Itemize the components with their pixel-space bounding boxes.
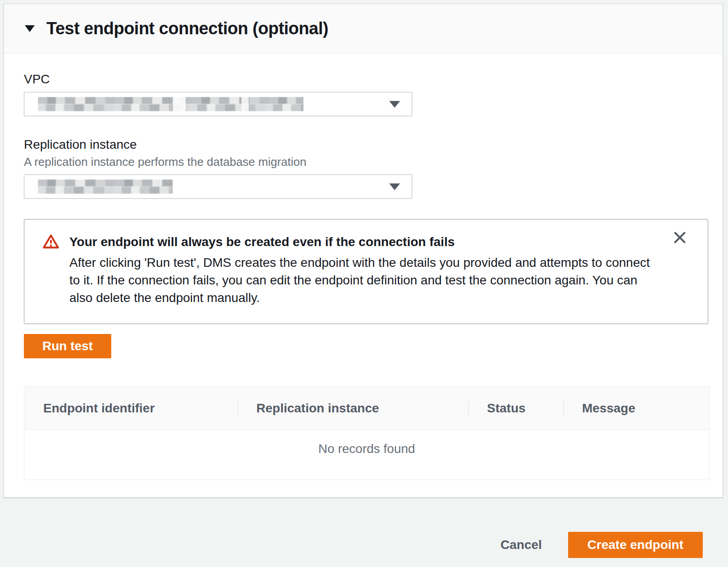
replication-instance-description: A replication instance performs the data… [24,155,703,169]
replication-instance-redacted-value [38,179,173,194]
column-header-endpoint-identifier: Endpoint identifier [24,401,237,416]
run-test-button[interactable]: Run test [24,334,111,358]
connection-results-table: Endpoint identifier Replication instance… [24,386,710,480]
replication-instance-select[interactable] [24,174,412,199]
vpc-label: VPC [24,72,703,87]
replication-instance-label: Replication instance [24,137,703,152]
footer-actions: Cancel Create endpoint [500,532,703,558]
section-header-toggle[interactable]: Test endpoint connection (optional) [4,4,723,54]
table-empty-state: No records found [24,430,709,480]
close-icon[interactable] [673,230,687,245]
test-endpoint-connection-panel: Test endpoint connection (optional) VPC … [4,4,723,498]
alert-text: Your endpoint will always be created eve… [69,233,660,306]
replication-instance-field: Replication instance A replication insta… [24,137,703,199]
alert-body: After clicking 'Run test', DMS creates t… [69,254,660,306]
column-header-replication-instance: Replication instance [237,401,468,416]
alert-title: Your endpoint will always be created eve… [69,233,660,251]
column-header-message: Message [563,401,709,416]
column-header-status: Status [468,401,563,416]
section-body: VPC Replication instance A replication i… [4,54,723,497]
warning-triangle-icon [42,234,59,306]
endpoint-warning-alert: Your endpoint will always be created eve… [24,219,708,324]
collapse-triangle-icon [25,25,35,32]
section-title: Test endpoint connection (optional) [46,19,328,38]
create-endpoint-button[interactable]: Create endpoint [568,532,703,558]
vpc-field: VPC [24,72,703,116]
cancel-button[interactable]: Cancel [500,538,542,552]
chevron-down-icon[interactable] [389,183,400,190]
vpc-redacted-value [38,97,304,111]
vpc-select[interactable] [24,92,412,116]
table-header-row: Endpoint identifier Replication instance… [24,387,709,430]
chevron-down-icon[interactable] [389,101,400,108]
